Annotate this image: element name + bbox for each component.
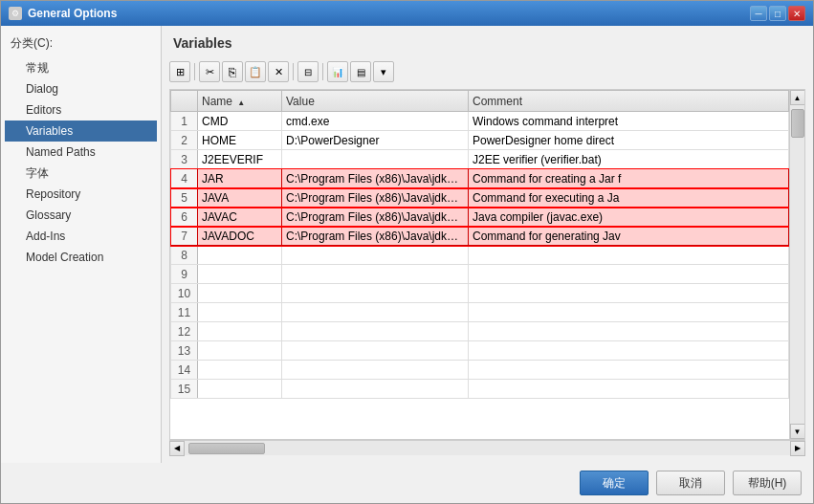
cell-value[interactable]: C:\Program Files (x86)\Java\jdk1.8.0_22 — [282, 169, 469, 188]
vertical-scrollbar[interactable]: ▲ ▼ — [789, 90, 804, 439]
hscroll-track[interactable] — [185, 441, 790, 455]
cell-name[interactable]: JAVADOC — [198, 227, 282, 246]
sidebar-item-glossary[interactable]: Glossary — [5, 205, 157, 226]
cell-comment[interactable]: Java compiler (javac.exe) — [469, 208, 789, 227]
col-header-name[interactable]: Name ▲ — [198, 91, 282, 112]
cell-name[interactable]: JAVA — [198, 188, 282, 208]
col-header-comment[interactable]: Comment — [469, 91, 789, 112]
table-row[interactable]: 2HOMED:\PowerDesignerPowerDesigner home … — [171, 131, 789, 150]
sidebar-item-add-ins[interactable]: Add-Ins — [5, 226, 157, 247]
toolbar-copy-button[interactable]: ⎘ — [222, 61, 243, 82]
maximize-button[interactable]: □ — [769, 6, 786, 21]
cell-comment[interactable] — [469, 284, 789, 303]
table-row[interactable]: 9 — [171, 265, 789, 284]
cell-value[interactable]: C:\Program Files (x86)\Java\jdk1.8.0_22 — [282, 188, 469, 208]
col-header-value[interactable]: Value — [282, 91, 469, 112]
sidebar-item-repository[interactable]: Repository — [5, 184, 157, 205]
cell-value[interactable]: cmd.exe — [282, 112, 469, 131]
cell-name[interactable]: JAR — [198, 169, 282, 188]
cell-value[interactable] — [282, 380, 469, 399]
cell-value[interactable] — [282, 361, 469, 380]
sidebar-item-model-creation[interactable]: Model Creation — [5, 247, 157, 268]
toolbar-excel-button[interactable]: 📊 — [327, 61, 348, 82]
hscroll-left-button[interactable]: ◀ — [169, 441, 185, 456]
toolbar-properties-button[interactable]: ⊟ — [297, 61, 319, 82]
cell-comment[interactable]: Command for generating Jav — [469, 227, 789, 246]
cell-num: 3 — [171, 150, 198, 169]
table-row[interactable]: 4JARC:\Program Files (x86)\Java\jdk1.8.0… — [171, 169, 789, 188]
cell-value[interactable]: D:\PowerDesigner — [282, 131, 469, 150]
horizontal-scrollbar[interactable]: ◀ ▶ — [169, 440, 805, 455]
minimize-button[interactable]: ─ — [750, 6, 767, 21]
table-row[interactable]: 10 — [171, 284, 789, 303]
scroll-down-button[interactable]: ▼ — [790, 424, 805, 439]
cell-value[interactable] — [282, 265, 469, 284]
hscroll-right-button[interactable]: ▶ — [790, 441, 805, 456]
table-row[interactable]: 1CMDcmd.exeWindows command interpret — [171, 112, 789, 131]
sidebar-item-normal[interactable]: 常规 — [5, 57, 157, 78]
cell-value[interactable]: C:\Program Files (x86)\Java\jdk1.8.0_22 — [282, 227, 469, 246]
cell-value[interactable] — [282, 303, 469, 322]
cell-name[interactable]: HOME — [198, 131, 282, 150]
scroll-thumb[interactable] — [791, 109, 804, 138]
table-row[interactable]: 5JAVAC:\Program Files (x86)\Java\jdk1.8.… — [171, 188, 789, 208]
cell-comment[interactable]: PowerDesigner home direct — [469, 131, 789, 150]
table-row[interactable]: 6JAVACC:\Program Files (x86)\Java\jdk1.8… — [171, 208, 789, 227]
cell-name[interactable] — [198, 361, 282, 380]
sidebar-item-dialog[interactable]: Dialog — [5, 78, 157, 99]
cell-comment[interactable] — [469, 246, 789, 265]
cell-comment[interactable]: Windows command interpret — [469, 112, 789, 131]
sidebar-item-named-paths[interactable]: Named Paths — [5, 142, 157, 163]
cell-value[interactable] — [282, 150, 469, 169]
cell-comment[interactable] — [469, 303, 789, 322]
cell-comment[interactable]: Command for executing a Ja — [469, 188, 789, 208]
cell-value[interactable] — [282, 246, 469, 265]
cell-comment[interactable] — [469, 341, 789, 361]
table-scroll-area[interactable]: Name ▲ Value Comment — [170, 90, 789, 439]
table-row[interactable]: 13 — [171, 341, 789, 361]
cell-name[interactable] — [198, 284, 282, 303]
cell-value[interactable] — [282, 284, 469, 303]
toolbar-cut-button[interactable]: ✂ — [199, 61, 220, 82]
cell-comment[interactable]: J2EE verifier (verifier.bat) — [469, 150, 789, 169]
sidebar-item-fonts[interactable]: 字体 — [5, 163, 157, 184]
cell-name[interactable] — [198, 380, 282, 399]
cell-value[interactable] — [282, 341, 469, 361]
cell-name[interactable] — [198, 322, 282, 341]
toolbar-paste-button[interactable]: 📋 — [245, 61, 266, 82]
cell-comment[interactable] — [469, 380, 789, 399]
help-button[interactable]: 帮助(H) — [733, 471, 802, 495]
sidebar-item-variables[interactable]: Variables — [5, 121, 157, 142]
cell-comment[interactable] — [469, 265, 789, 284]
table-row[interactable]: 15 — [171, 380, 789, 399]
cell-name[interactable] — [198, 341, 282, 361]
toolbar-delete-button[interactable]: ✕ — [268, 61, 289, 82]
scroll-up-button[interactable]: ▲ — [790, 90, 805, 105]
cell-name[interactable] — [198, 246, 282, 265]
scroll-track[interactable] — [790, 105, 804, 424]
cell-name[interactable] — [198, 265, 282, 284]
cell-name[interactable]: J2EEVERIF — [198, 150, 282, 169]
close-button[interactable]: ✕ — [788, 6, 805, 21]
table-row[interactable]: 11 — [171, 303, 789, 322]
cell-comment[interactable] — [469, 361, 789, 380]
cell-name[interactable] — [198, 303, 282, 322]
toolbar-filter-button[interactable]: ▤ — [350, 61, 371, 82]
table-row[interactable]: 12 — [171, 322, 789, 341]
cell-value[interactable] — [282, 322, 469, 341]
sidebar-item-editors[interactable]: Editors — [5, 99, 157, 121]
table-row[interactable]: 3J2EEVERIFJ2EE verifier (verifier.bat) — [171, 150, 789, 169]
table-row[interactable]: 14 — [171, 361, 789, 380]
cell-name[interactable]: CMD — [198, 112, 282, 131]
cell-comment[interactable] — [469, 322, 789, 341]
confirm-button[interactable]: 确定 — [580, 471, 649, 495]
hscroll-thumb[interactable] — [188, 443, 265, 454]
table-row[interactable]: 7JAVADOCC:\Program Files (x86)\Java\jdk1… — [171, 227, 789, 246]
toolbar-dropdown-button[interactable]: ▾ — [373, 61, 394, 82]
toolbar-grid-button[interactable]: ⊞ — [169, 61, 190, 82]
cell-value[interactable]: C:\Program Files (x86)\Java\jdk1.8.0_22 — [282, 208, 469, 227]
cell-comment[interactable]: Command for creating a Jar f — [469, 169, 789, 188]
table-row[interactable]: 8 — [171, 246, 789, 265]
cancel-button[interactable]: 取消 — [656, 471, 725, 495]
cell-name[interactable]: JAVAC — [198, 208, 282, 227]
